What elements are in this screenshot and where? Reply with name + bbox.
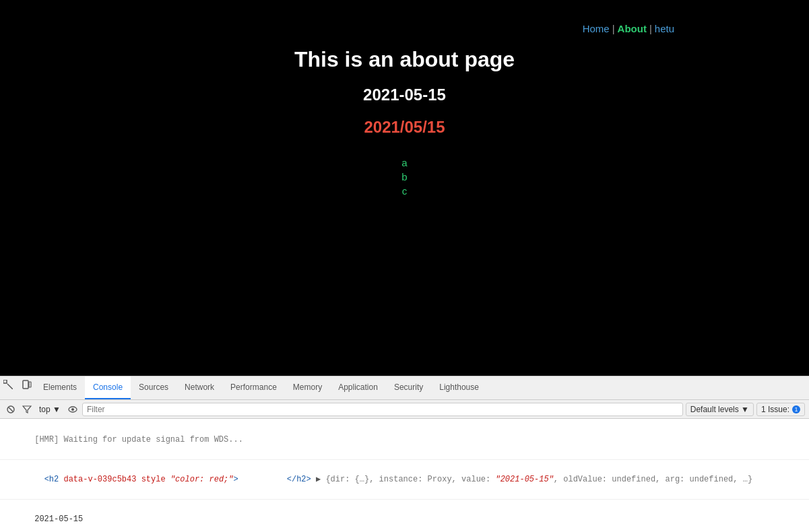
list-items: a b c: [401, 157, 407, 197]
console-toolbar: top ▼ Default levels ▼ 1 Issue: 1: [0, 400, 809, 419]
nav: Home | About | hetu: [583, 23, 674, 34]
svg-rect-0: [3, 380, 7, 383]
list-item-a: a: [401, 157, 407, 168]
nav-home[interactable]: Home: [583, 23, 610, 34]
top-context-dropdown[interactable]: top ▼: [36, 403, 63, 415]
console-output: [HMR] Waiting for update signal from WDS…: [0, 419, 809, 532]
nav-sep-2: |: [649, 23, 652, 34]
nav-hetu[interactable]: hetu: [655, 23, 674, 34]
filter-icon[interactable]: [20, 403, 34, 416]
tab-console[interactable]: Console: [85, 376, 131, 399]
device-mode-icon[interactable]: [19, 376, 35, 393]
main-page: Home | About | hetu This is an about pag…: [0, 0, 809, 376]
nav-about[interactable]: About: [618, 23, 647, 34]
devtools-tabs: Elements Console Sources Network Perform…: [0, 376, 809, 400]
tab-elements[interactable]: Elements: [35, 376, 85, 399]
list-item-c: c: [402, 185, 408, 197]
eye-icon[interactable]: [66, 403, 79, 416]
date-black: 2021-05-15: [363, 86, 446, 104]
issue-count: 1: [792, 405, 800, 413]
svg-line-4: [9, 407, 13, 411]
tab-sources[interactable]: Sources: [131, 376, 176, 399]
console-filter-input[interactable]: [82, 403, 683, 416]
list-item-b: b: [401, 171, 407, 182]
console-line: 2021-05-15: [0, 500, 809, 532]
issues-badge[interactable]: 1 Issue: 1: [756, 403, 805, 416]
tab-performance[interactable]: Performance: [222, 376, 285, 399]
tab-security[interactable]: Security: [386, 376, 431, 399]
inspect-element-icon[interactable]: [0, 376, 16, 393]
default-levels-dropdown[interactable]: Default levels ▼: [686, 403, 754, 416]
console-line: <h2 data-v-039c5b43 style="color: red;">…: [0, 460, 809, 500]
clear-console-icon[interactable]: [4, 403, 18, 416]
page-content: This is an about page 2021-05-15 2021/05…: [0, 47, 809, 197]
svg-rect-2: [29, 382, 31, 387]
tab-lighthouse[interactable]: Lighthouse: [431, 376, 487, 399]
date-red: 2021/05/15: [364, 118, 445, 137]
page-title: This is an about page: [294, 47, 515, 72]
tab-memory[interactable]: Memory: [285, 376, 330, 399]
console-line: [HMR] Waiting for update signal from WDS…: [0, 420, 809, 460]
tab-application[interactable]: Application: [330, 376, 386, 399]
nav-sep-1: |: [612, 23, 615, 34]
svg-rect-1: [23, 380, 28, 389]
svg-point-6: [71, 408, 74, 411]
tab-network[interactable]: Network: [176, 376, 222, 399]
devtools-panel: Elements Console Sources Network Perform…: [0, 376, 809, 532]
